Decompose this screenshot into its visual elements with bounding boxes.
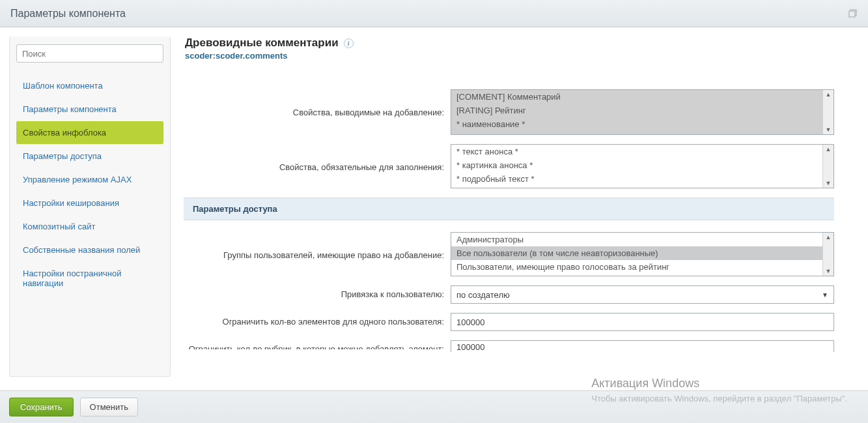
scrollbar[interactable]: ▲▼ (822, 145, 833, 188)
sidebar-item-ajax[interactable]: Управление режимом AJAX (16, 168, 163, 191)
select-user-groups[interactable]: Администраторы Все пользователи (в том ч… (451, 232, 834, 276)
chevron-down-icon: ▼ (822, 291, 828, 299)
cancel-button[interactable]: Отменить (80, 398, 138, 416)
row-max-sections: Ограничить кол-во рубрик, в которые можн… (185, 340, 868, 352)
option[interactable]: Пользователи, имеющие право голосовать з… (451, 260, 833, 274)
search-input[interactable] (16, 44, 163, 63)
dropdown-value: по создателю (456, 290, 510, 300)
sidebar-item-composite[interactable]: Композитный сайт (16, 215, 163, 238)
svg-rect-1 (849, 11, 855, 17)
option[interactable]: * картинка анонса * (451, 158, 833, 172)
content-title-row: Древовидные комментарии i (185, 36, 868, 50)
select-required-props[interactable]: * текст анонса * * картинка анонса * * п… (451, 144, 834, 188)
row-max-elements: Ограничить кол-во элементов для одного п… (185, 313, 868, 331)
save-button[interactable]: Сохранить (9, 398, 74, 416)
option[interactable]: * наименование * (451, 117, 833, 131)
restore-window-icon[interactable] (848, 9, 858, 18)
scrollbar[interactable]: ▲▼ (822, 90, 833, 134)
sidebar-item-template[interactable]: Шаблон компонента (16, 74, 163, 97)
scroll-down-icon[interactable]: ▼ (826, 267, 832, 276)
option[interactable]: Все пользователи (в том числе неавторизо… (451, 246, 833, 260)
header-title: Параметры компонента (10, 8, 126, 20)
label-max-elements: Ограничить кол-во элементов для одного п… (185, 313, 451, 327)
content-title: Древовидные комментарии (185, 36, 339, 50)
row-user-binding: Привязка к пользователю: по создателю ▼ (185, 285, 868, 304)
option[interactable]: * текст анонса * (451, 145, 833, 158)
sidebar-item-access-params[interactable]: Параметры доступа (16, 145, 163, 168)
sidebar-item-iblock-props[interactable]: Свойства инфоблока (16, 121, 163, 144)
label-max-sections: Ограничить кол-во рубрик, в которые можн… (185, 340, 451, 349)
scroll-up-icon[interactable]: ▲ (826, 145, 832, 154)
section-access-header: Параметры доступа (184, 197, 834, 220)
input-max-elements[interactable] (451, 313, 834, 331)
option[interactable]: [COMMENT] Комментарий (451, 90, 833, 104)
label-user-binding: Привязка к пользователю: (185, 285, 451, 299)
scroll-up-icon[interactable]: ▲ (826, 233, 832, 242)
scrollbar[interactable]: ▲▼ (822, 233, 833, 276)
sidebar-item-caching[interactable]: Настройки кеширования (16, 192, 163, 214)
content-subtitle: scoder:scoder.comments (185, 51, 868, 61)
select-add-props[interactable]: [COMMENT] Комментарий [RATING] Рейтинг *… (451, 89, 834, 135)
scroll-down-icon[interactable]: ▼ (826, 125, 832, 134)
footer: Сохранить Отменить (0, 390, 868, 423)
content: Древовидные комментарии i scoder:scoder.… (171, 27, 868, 385)
sidebar-item-custom-names[interactable]: Собственные названия полей (16, 239, 163, 261)
dropdown-user-binding[interactable]: по создателю ▼ (451, 285, 834, 304)
sidebar-item-pagination[interactable]: Настройки постраничной навигации (16, 262, 163, 295)
form-area: Свойства, выводимые на добавление: [COMM… (185, 89, 868, 352)
label-required-props: Свойства, обязательные для заполнения: (185, 144, 451, 172)
main-layout: Шаблон компонента Параметры компонента С… (0, 27, 868, 385)
label-add-props: Свойства, выводимые на добавление: (185, 89, 451, 117)
scroll-up-icon[interactable]: ▲ (826, 90, 832, 99)
option[interactable]: Администраторы (451, 233, 833, 246)
option[interactable]: [RATING] Рейтинг (451, 104, 833, 117)
sidebar: Шаблон компонента Параметры компонента С… (9, 36, 171, 377)
info-icon[interactable]: i (344, 38, 354, 48)
label-user-groups: Группы пользователей, имеющие право на д… (185, 232, 451, 260)
scroll-down-icon[interactable]: ▼ (826, 179, 832, 188)
row-add-props: Свойства, выводимые на добавление: [COMM… (185, 89, 868, 135)
header-bar: Параметры компонента (0, 0, 868, 27)
option[interactable]: * подробный текст * (451, 172, 833, 186)
row-user-groups: Группы пользователей, имеющие право на д… (185, 232, 868, 276)
row-required-props: Свойства, обязательные для заполнения: *… (185, 144, 868, 188)
input-max-sections[interactable] (451, 340, 834, 352)
sidebar-item-component-params[interactable]: Параметры компонента (16, 98, 163, 121)
